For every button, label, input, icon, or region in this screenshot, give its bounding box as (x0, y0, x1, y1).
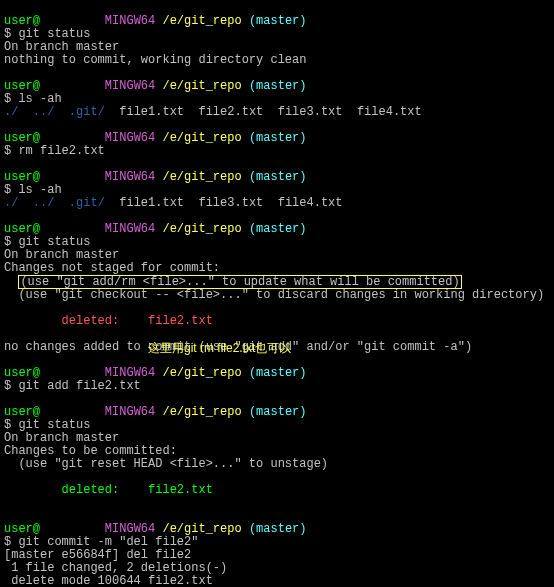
ls-dir: .git/ (69, 105, 105, 119)
prompt-path: /e/git_repo (162, 170, 241, 184)
prompt-mingw: MINGW64 (105, 366, 155, 380)
annotation-callout: 这里用git rm file2.txt也可以 (148, 342, 291, 355)
prompt-branch: (master) (249, 131, 307, 145)
prompt-branch: (master) (249, 522, 307, 536)
ls-file: file3.txt (278, 105, 343, 119)
ls-dir: ../ (33, 196, 55, 210)
cmd-line[interactable]: $ rm file2.txt (4, 144, 105, 158)
status-out: On branch master (4, 40, 119, 54)
cmd-line[interactable]: $ git commit -m "del file2" (4, 535, 198, 549)
ls-file: file1.txt (119, 196, 184, 210)
prompt-branch: (master) (249, 79, 307, 93)
status-out: (use "git checkout -- <file>..." to disc… (4, 288, 544, 302)
prompt-user: user@ (4, 14, 40, 28)
prompt-branch: (master) (249, 222, 307, 236)
deleted-label: deleted: (4, 314, 119, 328)
prompt-path: /e/git_repo (162, 14, 241, 28)
prompt-user: user@ (4, 79, 40, 93)
status-out: nothing to commit, working directory cle… (4, 53, 306, 67)
status-out: On branch master (4, 248, 119, 262)
prompt-branch: (master) (249, 170, 307, 184)
deleted-file: file2.txt (119, 483, 213, 497)
prompt-mingw: MINGW64 (105, 405, 155, 419)
ls-file: file3.txt (198, 196, 263, 210)
prompt-user: user@ (4, 131, 40, 145)
highlighted-hint: (use "git add/rm <file>..." to update wh… (18, 275, 461, 289)
prompt-user: user@ (4, 170, 40, 184)
prompt-user: user@ (4, 405, 40, 419)
ls-file: file4.txt (357, 105, 422, 119)
prompt-path: /e/git_repo (162, 405, 241, 419)
prompt-user: user@ (4, 222, 40, 236)
status-out: (use "git reset HEAD <file>..." to unsta… (4, 457, 328, 471)
ls-dir: ./ (4, 105, 18, 119)
status-out: Changes not staged for commit: (4, 261, 220, 275)
prompt-path: /e/git_repo (162, 222, 241, 236)
ls-dir: ../ (33, 105, 55, 119)
prompt-branch: (master) (249, 405, 307, 419)
cmd-line[interactable]: $ git status (4, 235, 90, 249)
commit-out: [master e56684f] del file2 (4, 548, 191, 562)
prompt-branch: (master) (249, 366, 307, 380)
cmd-line[interactable]: $ ls -ah (4, 92, 62, 106)
prompt-user: user@ (4, 366, 40, 380)
ls-file: file2.txt (198, 105, 263, 119)
prompt-branch: (master) (249, 14, 307, 28)
prompt-path: /e/git_repo (162, 79, 241, 93)
prompt-user: user@ (4, 522, 40, 536)
cmd-line[interactable]: $ ls -ah (4, 183, 62, 197)
cmd-line[interactable]: $ git add file2.txt (4, 379, 141, 393)
deleted-label: deleted: (4, 483, 119, 497)
prompt-mingw: MINGW64 (105, 222, 155, 236)
prompt-mingw: MINGW64 (105, 522, 155, 536)
deleted-file: file2.txt (119, 314, 213, 328)
cmd-line[interactable]: $ git status (4, 418, 90, 432)
status-out: On branch master (4, 431, 119, 445)
status-out: Changes to be committed: (4, 444, 177, 458)
prompt-mingw: MINGW64 (105, 170, 155, 184)
cmd-line[interactable]: $ git status (4, 27, 90, 41)
commit-out: delete mode 100644 file2.txt (4, 574, 213, 587)
prompt-mingw: MINGW64 (105, 14, 155, 28)
ls-file: file1.txt (119, 105, 184, 119)
prompt-mingw: MINGW64 (105, 131, 155, 145)
terminal-output: user@ MINGW64 /e/git_repo (master) $ git… (0, 0, 554, 587)
prompt-mingw: MINGW64 (105, 79, 155, 93)
commit-out: 1 file changed, 2 deletions(-) (4, 561, 227, 575)
prompt-path: /e/git_repo (162, 366, 241, 380)
ls-dir: ./ (4, 196, 18, 210)
prompt-path: /e/git_repo (162, 522, 241, 536)
ls-dir: .git/ (69, 196, 105, 210)
ls-file: file4.txt (278, 196, 343, 210)
prompt-path: /e/git_repo (162, 131, 241, 145)
